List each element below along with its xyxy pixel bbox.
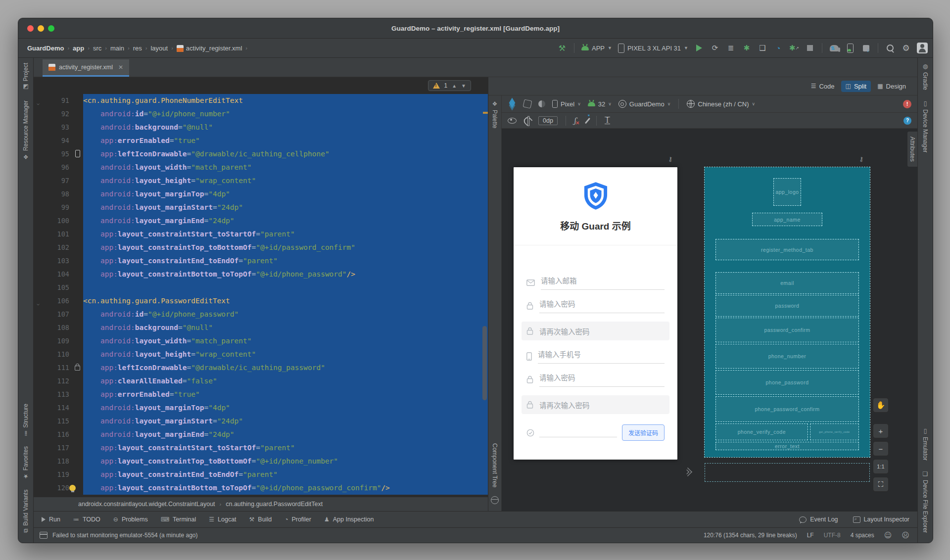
tab-activity-register-xml[interactable]: activity_register.xml ✕: [43, 59, 129, 77]
code-line-110[interactable]: 110 android:layout_height="wrap_content": [34, 348, 488, 361]
gradle-sync-icon[interactable]: [829, 43, 839, 53]
code-text[interactable]: app:layout_constraintBottom_toTopOf="@+i…: [83, 481, 488, 495]
tool-window-button-build[interactable]: ⚒Build: [249, 516, 272, 523]
code-line-115[interactable]: 115 android:layout_marginStart="24dp": [34, 415, 488, 428]
api-level-menu[interactable]: 32∨: [588, 100, 612, 108]
line-number[interactable]: 104: [34, 268, 83, 281]
line-ending[interactable]: LF: [807, 532, 814, 539]
tool-window-button-project[interactable]: ◪Project: [22, 58, 29, 95]
palette-tab[interactable]: ❖ Palette: [491, 95, 498, 133]
caret-position[interactable]: 120:76 (1354 chars, 29 line breaks): [704, 532, 797, 539]
code-line-109[interactable]: 109 android:layout_width="match_parent": [34, 334, 488, 348]
search-icon[interactable]: [885, 43, 895, 53]
line-number[interactable]: 91⌵: [34, 94, 83, 107]
breadcrumb-item-activity_register.xml[interactable]: activity_register.xml: [175, 44, 244, 53]
line-number[interactable]: 108: [34, 321, 83, 334]
code-text[interactable]: android:layout_marginStart="24dp": [83, 415, 488, 428]
scrollbar-thumb[interactable]: [482, 326, 487, 400]
password-preview-icon[interactable]: [75, 366, 80, 371]
code-text[interactable]: android:layout_height="wrap_content": [83, 348, 488, 361]
mode-button-split[interactable]: ◫Split: [841, 81, 871, 92]
avatar[interactable]: [917, 43, 928, 53]
tool-window-switcher-icon[interactable]: [40, 532, 48, 539]
debug-icon[interactable]: ✱: [742, 43, 752, 53]
line-number[interactable]: 99: [34, 201, 83, 214]
code-line-98[interactable]: 98 android:layout_marginTop="4dp": [34, 187, 488, 201]
breadcrumb-item-app[interactable]: app: [71, 44, 86, 53]
line-number[interactable]: 118: [34, 455, 83, 468]
next-warning-icon[interactable]: ▼: [461, 83, 466, 89]
prev-warning-icon[interactable]: ▲: [452, 83, 457, 89]
line-number[interactable]: 106⌵: [34, 294, 83, 308]
preview-field-4[interactable]: 请输入密码: [526, 372, 665, 387]
blueprint-box-app_logo[interactable]: app_logo: [773, 178, 801, 206]
tool-window-button-run[interactable]: Run: [42, 516, 60, 523]
line-number[interactable]: 93: [34, 121, 83, 134]
line-number[interactable]: 107: [34, 308, 83, 321]
line-number[interactable]: 101: [34, 228, 83, 241]
intention-bulb-icon[interactable]: [69, 485, 76, 491]
line-number[interactable]: 109: [34, 334, 83, 348]
code-line-102[interactable]: 102 app:layout_constraintTop_toBottomOf=…: [34, 241, 488, 254]
globe-icon[interactable]: [491, 496, 499, 504]
code-line-101[interactable]: 101 app:layout_constraintStart_toStartOf…: [34, 228, 488, 241]
mode-button-design[interactable]: ▦Design: [873, 81, 910, 92]
breadcrumb-item-GuardDemo[interactable]: GuardDemo: [25, 44, 66, 53]
line-number[interactable]: 103: [34, 254, 83, 268]
infer-constraints-icon[interactable]: [585, 117, 590, 123]
view-options-icon[interactable]: [508, 118, 517, 124]
tool-window-button-favorites[interactable]: ★Favorites: [22, 441, 29, 485]
code-text[interactable]: <cn.authing.guard.PhoneNumberEditText: [83, 94, 488, 107]
tool-window-button-app-inspection[interactable]: ♟App Inspection: [324, 516, 374, 523]
tool-window-button-problems[interactable]: ⊖Problems: [113, 516, 148, 523]
code-text[interactable]: app:clearAllEnabled="false": [83, 374, 488, 388]
breadcrumb-item-res[interactable]: res: [131, 44, 144, 53]
attributes-tab[interactable]: Attributes: [907, 132, 917, 167]
mode-button-code[interactable]: ☰Code: [807, 81, 839, 92]
code-text[interactable]: app:layout_constraintEnd_toEndOf="parent…: [83, 468, 488, 481]
code-text[interactable]: android:background="@null": [83, 121, 488, 134]
sdk-manager-icon[interactable]: [861, 43, 871, 53]
device-manager-icon[interactable]: [845, 43, 855, 53]
send-code-button[interactable]: 发送验证码: [622, 424, 665, 441]
zoom-actual-button[interactable]: 1:1: [873, 459, 889, 474]
line-number[interactable]: 100: [34, 214, 83, 228]
zoom-out-button[interactable]: −: [873, 441, 889, 456]
tool-window-button-emulator[interactable]: ▯Emulator: [922, 422, 929, 466]
design-surface-icon[interactable]: [508, 100, 517, 108]
code-line-116[interactable]: 116 android:layout_marginEnd="24dp": [34, 428, 488, 441]
line-number[interactable]: 117: [34, 441, 83, 455]
code-text[interactable]: android:layout_marginTop="4dp": [83, 187, 488, 201]
tool-window-button-build-variants[interactable]: ⧉Build Variants: [22, 485, 29, 538]
line-number[interactable]: 115: [34, 415, 83, 428]
tool-window-button-terminal[interactable]: ⌨Terminal: [161, 516, 196, 523]
indent-setting[interactable]: 4 spaces: [851, 532, 874, 539]
line-number[interactable]: 98: [34, 187, 83, 201]
design-preview[interactable]: 移动 Guard 示例 请输入邮箱请输入密码请再次输入密码请输入手机号请输入密码…: [514, 167, 677, 460]
code-text[interactable]: <cn.authing.guard.PasswordEditText: [83, 294, 488, 308]
error-badge[interactable]: !: [903, 100, 911, 108]
blueprint-box-phone_number[interactable]: phone_number: [715, 344, 859, 369]
status-message[interactable]: Failed to start monitoring emulator-5554…: [52, 532, 197, 539]
tool-window-button-device-file-explorer[interactable]: ❏Device File Explorer: [922, 466, 929, 538]
line-number[interactable]: 96: [34, 161, 83, 174]
code-text[interactable]: android:layout_marginEnd="24dp": [83, 214, 488, 228]
theme-icon[interactable]: [538, 100, 545, 107]
settings-gear-icon[interactable]: ⚙: [901, 43, 911, 53]
cellphone-preview-icon[interactable]: [75, 150, 80, 157]
feedback-sad-icon[interactable]: ☹: [902, 531, 909, 540]
line-number[interactable]: 92: [34, 107, 83, 121]
code-text[interactable]: app:leftIconDrawable="@drawable/ic_authi…: [83, 361, 488, 374]
code-text[interactable]: app:layout_constraintStart_toStartOf="pa…: [83, 228, 488, 241]
code-text[interactable]: android:background="@null": [83, 321, 488, 334]
warning-stripe-mark[interactable]: [483, 112, 488, 114]
line-number[interactable]: 97: [34, 174, 83, 187]
code-line-100[interactable]: 100 android:layout_marginEnd="24dp": [34, 214, 488, 228]
code-line-113[interactable]: 113 app:errorEnabled="true": [34, 388, 488, 401]
code-text[interactable]: app:errorEnabled="true": [83, 388, 488, 401]
code-text[interactable]: android:id="@+id/phone_password": [83, 308, 488, 321]
code-text[interactable]: android:layout_width="match_parent": [83, 334, 488, 348]
feedback-happy-icon[interactable]: ☺: [884, 531, 892, 540]
line-number[interactable]: 111: [34, 361, 83, 374]
run-button[interactable]: [694, 43, 704, 53]
